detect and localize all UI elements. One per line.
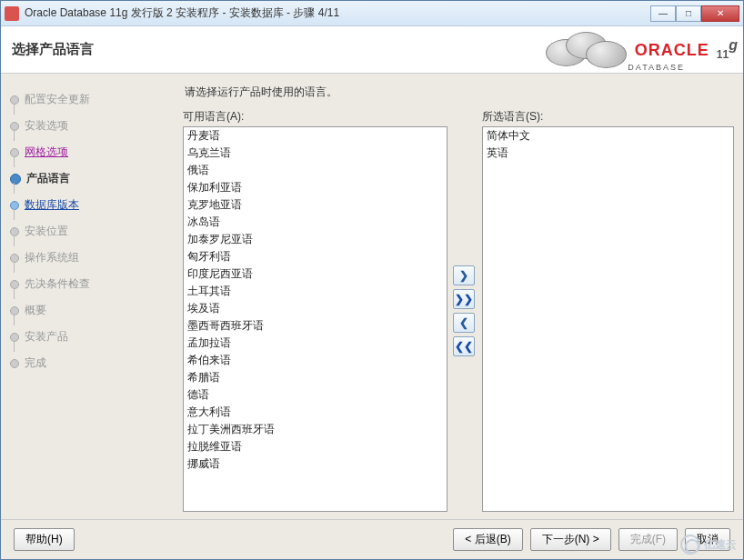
list-item[interactable]: 希伯来语 [184,352,447,369]
step-label: 安装产品 [25,329,68,345]
finish-button: 完成(F) [618,528,678,551]
selected-languages-listbox[interactable]: 简体中文英语 [482,126,734,512]
oracle-wordmark: ORACLE [635,41,709,60]
step-dot-icon [10,95,19,105]
list-item[interactable]: 冰岛语 [184,214,447,231]
step-dot-icon [10,359,19,368]
list-item[interactable]: 乌克兰语 [184,145,447,162]
wizard-step-1: 安装选项 [8,113,176,139]
step-link[interactable]: 网格选项 [25,145,68,158]
wizard-step-0: 配置安全更新 [8,86,176,113]
step-label: 先决条件检查 [25,276,90,292]
footer: 帮助(H) < 后退(B) 下一步(N) > 完成(F) 取消 [1,519,743,559]
version-text: 11g [717,37,738,64]
wizard-step-2[interactable]: 网格选项 [8,139,176,165]
database-disks-icon [546,28,628,72]
list-item[interactable]: 匈牙利语 [184,248,447,265]
list-item[interactable]: 意大利语 [184,404,447,421]
watermark-icon [680,535,700,555]
step-label: 安装选项 [25,118,68,134]
wizard-steps-sidebar: 配置安全更新安装选项网格选项产品语言数据库版本安装位置操作系统组先决条件检查概要… [1,74,183,519]
wizard-step-3: 产品语言 [8,165,176,192]
app-icon [5,6,19,21]
list-item[interactable]: 埃及语 [184,300,447,317]
step-label: 数据库版本 [25,197,79,213]
wizard-step-4[interactable]: 数据库版本 [8,192,176,218]
close-button[interactable]: ✕ [701,5,739,22]
list-item[interactable]: 孟加拉语 [184,335,447,352]
wizard-step-6: 操作系统组 [8,245,176,271]
list-item[interactable]: 挪威语 [184,455,447,473]
list-item[interactable]: 克罗地亚语 [184,196,447,214]
next-button[interactable]: 下一步(N) > [530,528,611,551]
wizard-step-7: 先决条件检查 [8,271,176,297]
list-item[interactable]: 加泰罗尼亚语 [184,231,447,248]
step-link[interactable]: 数据库版本 [25,198,79,211]
step-dot-icon [10,201,19,210]
list-item[interactable]: 印度尼西亚语 [184,265,447,283]
wizard-step-8: 概要 [8,297,176,324]
step-dot-icon [10,122,19,131]
available-languages-listbox[interactable]: 丹麦语乌克兰语俄语保加利亚语克罗地亚语冰岛语加泰罗尼亚语匈牙利语印度尼西亚语土耳… [183,126,447,512]
step-dot-icon [10,333,19,342]
list-item[interactable]: 拉丁美洲西班牙语 [184,421,447,438]
step-dot-icon [10,227,19,236]
instruction-text: 请选择运行产品时使用的语言。 [183,81,734,109]
list-item[interactable]: 丹麦语 [184,127,447,145]
move-left-button[interactable]: ❮ [453,313,475,333]
step-label: 概要 [25,303,46,318]
list-item[interactable]: 俄语 [184,162,447,179]
step-dot-icon [10,148,19,157]
step-label: 配置安全更新 [25,92,90,107]
list-item[interactable]: 墨西哥西班牙语 [184,317,447,335]
list-item[interactable]: 希腊语 [184,369,447,386]
list-item[interactable]: 拉脱维亚语 [184,438,447,455]
list-item[interactable]: 保加利亚语 [184,179,447,196]
window-title: Oracle Database 11g 发行版 2 安装程序 - 安装数据库 -… [25,5,650,21]
step-label: 网格选项 [25,145,68,160]
list-item[interactable]: 德语 [184,386,447,404]
header: 选择产品语言 ORACLE DATABASE 11g [1,26,743,74]
step-dot-icon [10,254,19,263]
titlebar: Oracle Database 11g 发行版 2 安装程序 - 安装数据库 -… [1,1,743,26]
back-button[interactable]: < 后退(B) [453,528,522,551]
step-label: 操作系统组 [25,250,79,265]
step-dot-icon [10,174,21,185]
step-label: 产品语言 [26,171,70,186]
move-right-button[interactable]: ❯ [453,265,475,285]
wizard-step-5: 安装位置 [8,218,176,245]
list-item[interactable]: 土耳其语 [184,283,447,300]
step-label: 完成 [25,355,46,371]
page-title: 选择产品语言 [12,41,94,58]
step-dot-icon [10,306,19,315]
step-dot-icon [10,280,19,289]
move-all-left-button[interactable]: ❮❮ [453,336,475,356]
step-label: 安装位置 [25,224,68,239]
list-item[interactable]: 英语 [483,145,733,162]
maximize-button[interactable]: □ [676,5,701,22]
available-languages-label: 可用语言(A): [183,109,447,125]
brand-logo: ORACLE DATABASE 11g [546,26,738,74]
selected-languages-label: 所选语言(S): [482,109,734,125]
list-item[interactable]: 简体中文 [483,127,733,145]
wizard-step-10: 完成 [8,350,176,376]
database-subtext: DATABASE [628,63,685,72]
wizard-step-9: 安装产品 [8,324,176,350]
help-button[interactable]: 帮助(H) [14,528,75,551]
move-all-right-button[interactable]: ❯❯ [453,289,475,309]
minimize-button[interactable]: — [650,5,676,22]
watermark: 亿速云 [680,535,737,555]
